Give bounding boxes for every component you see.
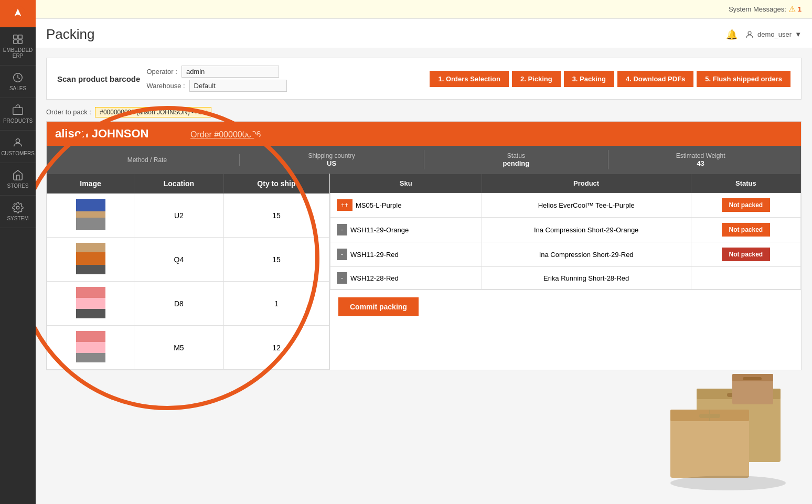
- sidebar-item-embedded-erp[interactable]: EMBEDDED ERP: [0, 27, 36, 66]
- qty-cell: 15: [223, 194, 329, 238]
- product-thumb: [76, 243, 105, 274]
- user-menu[interactable]: demo_user ▼: [745, 30, 802, 39]
- commit-row: Commit packing: [330, 289, 801, 324]
- operator-label: Operator :: [146, 68, 177, 76]
- svg-rect-11: [697, 389, 781, 399]
- table-row: Q4 15: [47, 238, 329, 282]
- commit-packing-button[interactable]: Commit packing: [338, 297, 419, 316]
- product-image-cell: [47, 194, 134, 238]
- product-cell: Ina Compression Short-29-Red: [482, 242, 691, 267]
- operator-input[interactable]: [181, 66, 279, 78]
- system-messages-label: System Messages:: [729, 5, 786, 13]
- sku-value: MS05-L-Purple: [356, 201, 401, 209]
- meta-method: Method / Rate: [55, 154, 240, 166]
- sidebar-item-label: PRODUCTS: [3, 118, 33, 124]
- box-illustration: [655, 357, 802, 494]
- sidebar-item-stores[interactable]: STORES: [0, 163, 36, 196]
- meta-status: Status pending: [424, 150, 609, 169]
- user-caret-icon: ▼: [795, 30, 802, 38]
- qty-cell: 15: [223, 238, 329, 282]
- svg-rect-18: [732, 374, 773, 404]
- order-meta-bar: Method / Rate Shipping country US Status…: [47, 146, 801, 174]
- decrement-button[interactable]: -: [337, 224, 347, 235]
- warehouse-input[interactable]: [189, 80, 287, 92]
- right-table: Sku Product Status ++ MS05-L-Purple: [330, 174, 801, 289]
- meta-weight-label: Estimated Weight: [613, 152, 788, 159]
- order-badge: #000000006 (alison JOHNSON) - new: [95, 107, 211, 117]
- qty-cell: 12: [223, 326, 329, 370]
- table-row: - WSH12-28-Red Erika Running Short-28-Re…: [330, 267, 801, 289]
- increment-button[interactable]: ++: [337, 199, 352, 211]
- meta-status-value: pending: [429, 159, 604, 167]
- decrement-button[interactable]: -: [337, 272, 347, 284]
- sidebar-item-products[interactable]: PRODUCTS: [0, 98, 36, 131]
- system-messages-count: 1: [798, 5, 802, 13]
- order-detail-layout: Image Location Qty to ship U2: [47, 174, 801, 370]
- sku-value: WSH11-29-Red: [350, 251, 399, 259]
- svg-rect-12: [670, 410, 749, 478]
- step-2-button[interactable]: 2. Picking: [512, 71, 561, 87]
- right-table-area: Sku Product Status ++ MS05-L-Purple: [330, 174, 801, 370]
- table-row: D8 1: [47, 282, 329, 326]
- not-packed-button[interactable]: Not packed: [722, 248, 771, 261]
- location-cell: Q4: [134, 238, 224, 282]
- svg-rect-15: [699, 414, 720, 418]
- sidebar-item-label: CUSTOMERS: [1, 151, 35, 156]
- product-thumb: [76, 331, 105, 362]
- svg-rect-20: [743, 377, 762, 380]
- warehouse-field-row: Warehouse :: [146, 80, 286, 92]
- qty-cell: 1: [223, 282, 329, 326]
- sidebar-item-sales[interactable]: SALES: [0, 66, 36, 98]
- meta-weight: Estimated Weight 43: [608, 150, 793, 169]
- product-cell: Ina Compression Short-29-Orange: [482, 218, 691, 242]
- svg-point-7: [16, 139, 19, 143]
- decrement-button[interactable]: -: [337, 249, 347, 260]
- page-title: Packing: [46, 26, 95, 42]
- status-cell: Not packed: [691, 218, 800, 242]
- order-to-pack: Order to pack : #000000006 (alison JOHNS…: [46, 108, 802, 116]
- svg-rect-19: [732, 374, 773, 381]
- sidebar-item-system[interactable]: SYSTEM: [0, 196, 36, 228]
- status-cell: Not packed: [691, 242, 800, 267]
- table-row: M5 12: [47, 326, 329, 370]
- sku-cell: - WSH12-28-Red: [330, 267, 482, 289]
- step-5-button[interactable]: 5. Flush shipped orders: [697, 71, 790, 87]
- sku-value: WSH11-29-Orange: [350, 226, 409, 234]
- logo[interactable]: [0, 0, 36, 27]
- content-area: Scan product barcode Operator : Warehous…: [36, 48, 812, 504]
- col-image: Image: [47, 174, 134, 194]
- meta-status-label: Status: [429, 152, 604, 159]
- step-buttons: 1. Orders Selection 2. Picking 3. Packin…: [430, 71, 790, 87]
- status-cell: Not packed: [691, 193, 800, 218]
- step-4-button[interactable]: 4. Download PDFs: [617, 71, 693, 87]
- step-1-button[interactable]: 1. Orders Selection: [430, 71, 509, 87]
- sidebar-item-label: SYSTEM: [7, 216, 28, 221]
- system-messages-bar: System Messages: ⚠ 1: [36, 0, 812, 19]
- step-3-button[interactable]: 3. Packing: [564, 71, 614, 87]
- col-location: Location: [134, 174, 224, 194]
- not-packed-button[interactable]: Not packed: [722, 223, 771, 237]
- sidebar-item-label: STORES: [7, 183, 29, 189]
- sidebar: EMBEDDED ERP SALES PRODUCTS CUSTOMERS ST…: [0, 0, 36, 504]
- product-image-cell: [47, 238, 134, 282]
- svg-point-17: [670, 476, 786, 490]
- order-section: alison JOHNSON Order #000000006 Method /…: [46, 121, 802, 370]
- sidebar-item-label: SALES: [9, 85, 26, 91]
- meta-method-label: Method / Rate: [59, 156, 235, 164]
- scan-fields: Operator : Warehouse :: [146, 66, 286, 92]
- col-status: Status: [691, 174, 800, 193]
- svg-rect-1: [14, 35, 17, 39]
- order-link[interactable]: Order #000000006: [190, 130, 261, 139]
- location-cell: U2: [134, 194, 224, 238]
- customer-name: alison JOHNSON: [55, 127, 148, 140]
- svg-rect-13: [670, 410, 749, 421]
- svg-rect-3: [14, 40, 17, 44]
- warehouse-label: Warehouse :: [146, 82, 185, 90]
- svg-rect-16: [727, 393, 750, 397]
- bell-icon[interactable]: 🔔: [726, 29, 738, 40]
- not-packed-button[interactable]: Not packed: [722, 198, 771, 212]
- page-header: Packing 🔔 demo_user ▼: [36, 19, 812, 48]
- location-cell: D8: [134, 282, 224, 326]
- sidebar-item-customers[interactable]: CUSTOMERS: [0, 131, 36, 163]
- svg-rect-2: [18, 35, 22, 39]
